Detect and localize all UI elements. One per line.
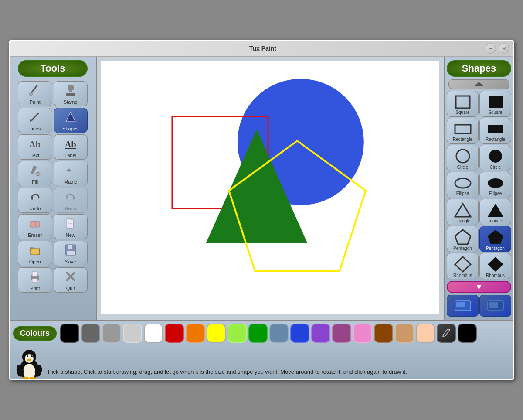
colour-brown[interactable] bbox=[374, 324, 393, 343]
rhombus-outline-label: Rhombus bbox=[453, 273, 472, 278]
canvas-area bbox=[97, 57, 444, 320]
colour-lightgray[interactable] bbox=[123, 324, 142, 343]
shapes-grid: Square Square Rectangle Rectangle bbox=[447, 91, 511, 279]
tool-new[interactable]: New bbox=[54, 214, 88, 239]
status-area: Pick a shape. Click to start drawing, dr… bbox=[10, 345, 513, 379]
tool-print[interactable]: Print bbox=[18, 267, 52, 293]
colour-blue[interactable] bbox=[290, 324, 309, 343]
colour-orange[interactable] bbox=[186, 324, 205, 343]
paint-icon bbox=[28, 84, 41, 99]
shape-circle-filled[interactable]: Circle bbox=[479, 145, 511, 171]
shape-pentagon-filled[interactable]: Pentagon bbox=[479, 226, 511, 252]
colour-lightgreen[interactable] bbox=[228, 324, 247, 343]
colour-slate[interactable] bbox=[269, 324, 289, 343]
shape-rhombus-outline[interactable]: Rhombus bbox=[447, 253, 479, 279]
tool-magic[interactable]: ✦ Magic bbox=[54, 161, 88, 186]
colour-red[interactable] bbox=[165, 324, 184, 343]
lines-icon bbox=[28, 110, 41, 125]
shape-rectangle-outline[interactable]: Rectangle bbox=[447, 118, 479, 144]
colour-green[interactable] bbox=[248, 324, 268, 343]
shape-ellipse-outline[interactable]: Ellipse bbox=[447, 172, 479, 198]
save-icon bbox=[64, 243, 77, 258]
eyedropper-button[interactable] bbox=[437, 324, 456, 343]
colours-header: Colours bbox=[13, 326, 57, 341]
shape-triangle-filled[interactable]: Triangle bbox=[479, 199, 511, 225]
colour-tan[interactable] bbox=[395, 324, 414, 343]
tool-save[interactable]: Save bbox=[54, 241, 88, 266]
svg-point-1 bbox=[29, 93, 33, 96]
pentagon-outline-label: Pentagon bbox=[453, 246, 472, 251]
tool-fill[interactable]: Fill bbox=[18, 161, 52, 186]
shapes-more-button[interactable]: ▼ bbox=[447, 281, 511, 293]
colour-peach[interactable] bbox=[416, 324, 435, 343]
svg-rect-31 bbox=[455, 125, 471, 133]
stamp-label: Stamp bbox=[64, 99, 78, 105]
shape-pentagon-outline[interactable]: Pentagon bbox=[447, 226, 479, 252]
lines-label: Lines bbox=[29, 126, 41, 131]
current-colour[interactable] bbox=[458, 324, 477, 343]
magic-icon: ✦ bbox=[64, 164, 77, 178]
square-outline-icon bbox=[453, 94, 472, 110]
undo-icon bbox=[28, 190, 41, 205]
new-icon bbox=[64, 217, 77, 232]
rectangle-outline-label: Rectangle bbox=[453, 137, 472, 142]
fill-label: Fill bbox=[32, 179, 38, 184]
shape-extra-2[interactable] bbox=[479, 295, 511, 317]
colour-darkgray[interactable] bbox=[81, 324, 100, 343]
open-label: Open bbox=[29, 259, 41, 264]
tool-quit[interactable]: Quit bbox=[54, 267, 88, 293]
drawing-canvas[interactable] bbox=[101, 61, 439, 314]
circle-filled-label: Circle bbox=[490, 165, 501, 170]
colour-purple[interactable] bbox=[332, 324, 351, 343]
colour-pink[interactable] bbox=[353, 324, 372, 343]
colour-black[interactable] bbox=[60, 324, 79, 343]
tool-undo[interactable]: Undo bbox=[18, 188, 52, 213]
svg-marker-39 bbox=[455, 230, 471, 244]
tool-text[interactable]: Abc Text bbox=[18, 134, 52, 160]
svg-rect-30 bbox=[489, 96, 503, 108]
quit-label: Quit bbox=[66, 286, 75, 291]
shape-ellipse-filled[interactable]: Ellipse bbox=[479, 172, 511, 198]
colour-yellow[interactable] bbox=[207, 324, 226, 343]
colour-white[interactable] bbox=[144, 324, 163, 343]
print-icon bbox=[28, 270, 41, 285]
tool-stamp[interactable]: Stamp bbox=[54, 81, 88, 106]
shape-triangle-outline[interactable]: Triangle bbox=[447, 199, 479, 225]
tool-paint[interactable]: Paint bbox=[18, 81, 52, 106]
svg-rect-44 bbox=[456, 302, 465, 307]
shapes-scroll-up[interactable] bbox=[448, 79, 509, 89]
rectangle-outline-icon bbox=[453, 121, 472, 137]
tool-open[interactable]: Open bbox=[18, 241, 52, 266]
rectangle-filled-label: Rectangle bbox=[486, 137, 505, 142]
tux-icon bbox=[14, 345, 44, 380]
svg-rect-32 bbox=[488, 125, 503, 133]
svg-rect-24 bbox=[32, 272, 37, 276]
main-window: Tux Paint − ✕ Tools Paint bbox=[9, 40, 514, 380]
close-button[interactable]: ✕ bbox=[499, 43, 509, 54]
shape-circle-outline[interactable]: Circle bbox=[447, 145, 479, 171]
svg-text:✦: ✦ bbox=[66, 166, 72, 175]
colour-gray[interactable] bbox=[102, 324, 121, 343]
shapes-header: Shapes bbox=[447, 60, 511, 77]
tool-redo[interactable]: Redo bbox=[54, 188, 88, 213]
tool-eraser[interactable]: Eraser bbox=[18, 214, 52, 239]
colour-violet[interactable] bbox=[311, 324, 330, 343]
svg-point-35 bbox=[455, 178, 471, 188]
shape-rhombus-filled[interactable]: Rhombus bbox=[479, 253, 511, 279]
ellipse-filled-icon bbox=[486, 175, 505, 191]
minimize-button[interactable]: − bbox=[486, 43, 496, 54]
ellipse-outline-label: Ellipse bbox=[456, 191, 469, 196]
svg-point-55 bbox=[31, 355, 33, 357]
ellipse-filled-label: Ellipse bbox=[489, 191, 502, 196]
circle-filled-icon bbox=[486, 147, 505, 165]
shape-extra-1[interactable] bbox=[447, 295, 479, 317]
svg-point-56 bbox=[27, 359, 31, 361]
shape-square-outline[interactable]: Square bbox=[447, 91, 479, 117]
tool-label[interactable]: Ab Label bbox=[54, 134, 88, 160]
shape-rectangle-filled[interactable]: Rectangle bbox=[479, 118, 511, 144]
tool-shapes[interactable]: Shapes bbox=[54, 108, 88, 133]
eyedropper-icon bbox=[441, 328, 452, 338]
svg-rect-3 bbox=[69, 90, 72, 92]
shape-square-filled[interactable]: Square bbox=[479, 91, 511, 117]
tool-lines[interactable]: Lines bbox=[18, 108, 52, 133]
